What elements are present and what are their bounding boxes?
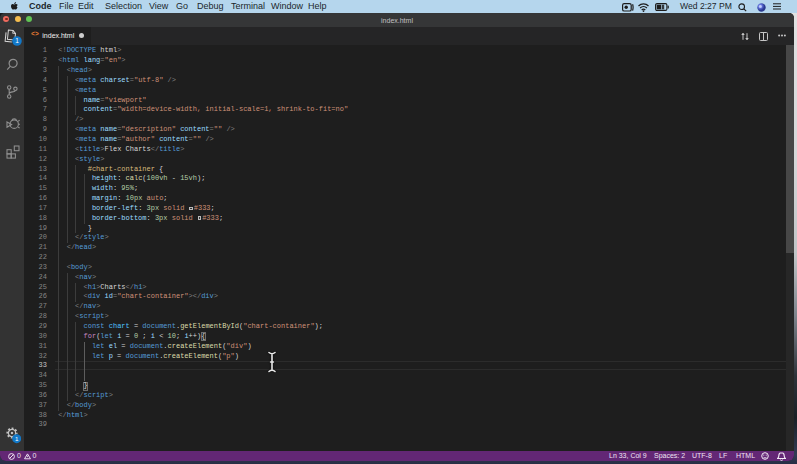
svg-text:1: 1: [15, 37, 19, 44]
svg-text:1: 1: [15, 435, 19, 442]
